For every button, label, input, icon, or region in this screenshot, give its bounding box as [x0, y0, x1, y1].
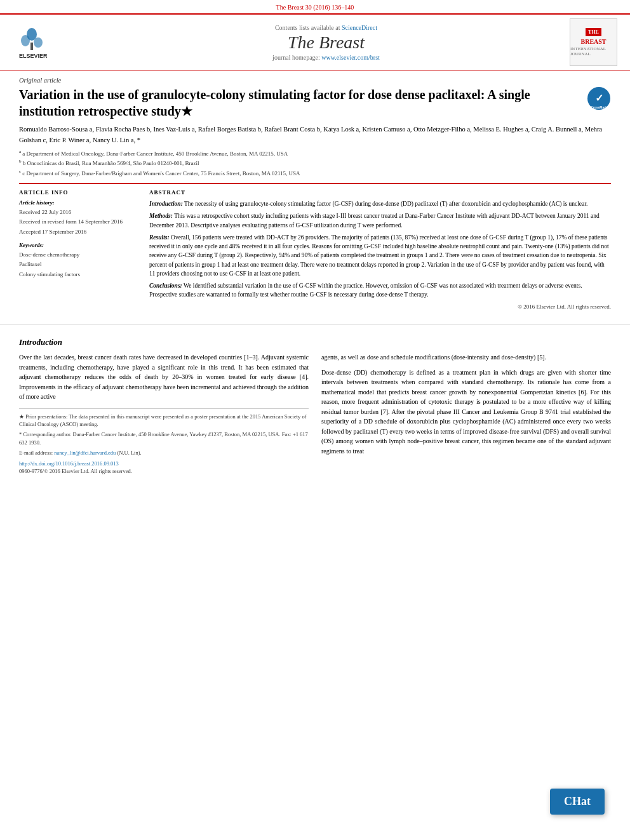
sciencedirect-link: Contents lists available at ScienceDirec… [83, 24, 570, 31]
article-type: Original article [19, 77, 611, 84]
keywords-list: Dose-dense chemotherapy Paclitaxel Colon… [19, 250, 137, 279]
affiliation-b: b b Oncoclinicas do Brasil, Rua Maranhão… [19, 158, 611, 168]
article-title: Variation in the use of granulocyte-colo… [19, 86, 587, 119]
journal-homepage: journal homepage: www.elsevier.com/brst [83, 54, 570, 61]
svg-point-3 [34, 37, 43, 48]
intro-para-2: agents, as well as dose and schedule mod… [321, 352, 611, 363]
article-history-label: Article history: [19, 199, 137, 206]
article-dates: Received 22 July 2016 Received in revise… [19, 208, 137, 237]
abstract-intro: Introduction: The necessity of using gra… [149, 199, 611, 208]
footnotes: ★ Prior presentations: The data presente… [19, 408, 309, 457]
article-info-heading: ARTICLE INFO [19, 189, 137, 196]
abstract-col: ABSTRACT Introduction: The necessity of … [149, 189, 611, 311]
footnote-email: E-mail address: nancy_lin@dfci.harvard.e… [19, 449, 309, 457]
chat-button[interactable]: CHat [550, 789, 605, 815]
copyright: © 2016 Elsevier Ltd. All rights reserved… [149, 303, 611, 312]
intro-para-1: Over the last decades, breast cancer dea… [19, 352, 309, 402]
homepage-url[interactable]: www.elsevier.com/brst [321, 54, 380, 61]
keyword-3: Colony stimulating factors [19, 270, 137, 279]
email-link[interactable]: nancy_lin@dfci.harvard.edu [54, 450, 116, 456]
issn-line: 0960-9776/© 2016 Elsevier Ltd. All right… [19, 468, 309, 474]
affiliation-c: c c Department of Surgery, Dana-Farber/B… [19, 168, 611, 178]
footnote-star: ★ Prior presentations: The data presente… [19, 413, 309, 429]
crossmark-badge: ✓ CrossMark [587, 86, 611, 110]
article-info-abstract: ARTICLE INFO Article history: Received 2… [19, 183, 611, 311]
intro-para-3: Dose-dense (DD) chemotherapy is defined … [321, 368, 611, 457]
abstract-heading: ABSTRACT [149, 189, 611, 196]
section-divider [0, 324, 630, 324]
svg-point-2 [21, 35, 30, 46]
abstract-text: Introduction: The necessity of using gra… [149, 199, 611, 311]
intro-right-col: agents, as well as dose and schedule mod… [321, 352, 611, 474]
svg-text:✓: ✓ [595, 93, 603, 103]
introduction-body: Over the last decades, breast cancer dea… [19, 352, 611, 474]
abstract-conclusions: Conclusions: We identified substantial v… [149, 281, 611, 300]
elsevier-logo: ELSEVIER [13, 25, 83, 60]
journal-header: ELSEVIER Contents lists available at Sci… [0, 13, 630, 70]
breast-logo: THE BREAST INTERNATIONAL JOURNAL [570, 18, 617, 66]
keyword-1: Dose-dense chemotherapy [19, 250, 137, 260]
doi-link[interactable]: http://dx.doi.org/10.1016/j.breast.2016.… [19, 460, 309, 467]
svg-rect-4 [30, 43, 33, 50]
keyword-2: Paclitaxel [19, 260, 137, 269]
abstract-methods: Methods: This was a retrospective cohort… [149, 211, 611, 230]
accepted-date: Accepted 17 September 2016 [19, 227, 137, 237]
received-date: Received 22 July 2016 [19, 208, 137, 217]
affiliations: a a Department of Medical Oncology, Dana… [19, 149, 611, 178]
article-title-block: Variation in the use of granulocyte-colo… [19, 86, 611, 119]
footnote-corresponding: * Corresponding author. Dana-Farber Canc… [19, 430, 309, 447]
journal-name: The Breast [83, 32, 570, 53]
introduction-heading: Introduction [19, 337, 611, 347]
revised-date: Received in revised form 14 September 20… [19, 217, 137, 227]
sciencedirect-url[interactable]: ScienceDirect [342, 24, 377, 31]
main-content: Original article Variation in the use of… [0, 70, 630, 317]
svg-text:ELSEVIER: ELSEVIER [19, 53, 48, 59]
affiliation-a: a a Department of Medical Oncology, Dana… [19, 149, 611, 159]
authors: Romualdo Barroso-Sousa a, Flavia Rocha P… [19, 124, 611, 146]
abstract-results: Results: Overall, 156 patients were trea… [149, 233, 611, 278]
journal-reference: The Breast 30 (2016) 136–140 [0, 0, 630, 13]
keywords-label: Keywords: [19, 242, 137, 248]
intro-left-col: Over the last decades, breast cancer dea… [19, 352, 309, 474]
article-info-col: ARTICLE INFO Article history: Received 2… [19, 189, 137, 311]
svg-text:CrossMark: CrossMark [591, 105, 607, 109]
body-section: Introduction Over the last decades, brea… [0, 331, 630, 481]
journal-title-block: Contents lists available at ScienceDirec… [83, 24, 570, 61]
